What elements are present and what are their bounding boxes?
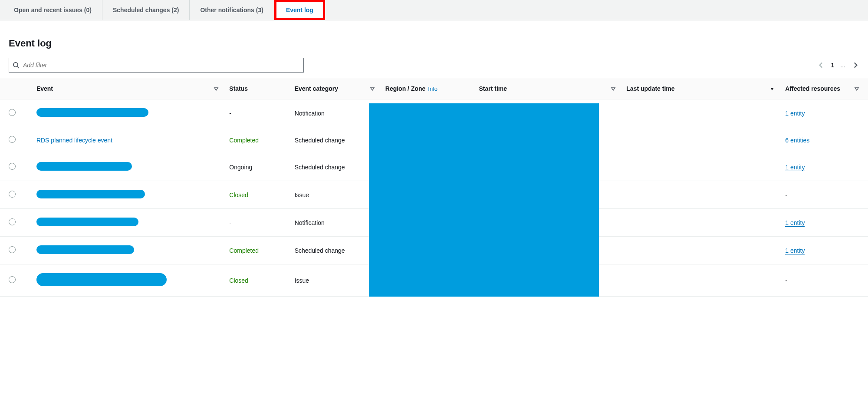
svg-marker-2 bbox=[214, 88, 218, 90]
sort-active-icon bbox=[769, 86, 775, 91]
col-header-event[interactable]: Event bbox=[31, 78, 224, 99]
page-current: 1 bbox=[831, 62, 835, 69]
last-update-value bbox=[621, 264, 780, 297]
sort-icon bbox=[854, 86, 859, 91]
svg-marker-6 bbox=[855, 88, 858, 90]
tab-event-log[interactable]: Event log bbox=[274, 0, 325, 20]
section-title: Event log bbox=[9, 38, 868, 49]
last-update-value bbox=[621, 127, 780, 153]
row-select-radio[interactable] bbox=[9, 109, 16, 116]
tabs-bar: Open and recent issues (0)Scheduled chan… bbox=[0, 0, 868, 20]
tab-open-and-recent-issues-0[interactable]: Open and recent issues (0) bbox=[3, 0, 102, 20]
last-update-value bbox=[621, 237, 780, 264]
col-header-resources[interactable]: Affected resources bbox=[780, 78, 868, 99]
affected-resources-link[interactable]: 1 entity bbox=[785, 219, 805, 227]
search-icon bbox=[13, 62, 20, 69]
last-update-value bbox=[621, 209, 780, 237]
svg-marker-5 bbox=[770, 88, 774, 90]
status-value: Closed bbox=[229, 277, 248, 284]
status-value: Completed bbox=[229, 137, 259, 144]
svg-marker-3 bbox=[371, 88, 374, 90]
last-update-value bbox=[621, 153, 780, 181]
filter-box[interactable] bbox=[9, 58, 304, 73]
category-value: Scheduled change bbox=[289, 127, 380, 153]
page-ellipsis: ... bbox=[840, 62, 845, 69]
affected-resources-link[interactable]: 6 entities bbox=[785, 137, 809, 144]
svg-marker-4 bbox=[612, 88, 615, 90]
col-header-start[interactable]: Start time bbox=[473, 78, 621, 99]
redacted-event bbox=[36, 245, 134, 254]
last-update-value bbox=[621, 99, 780, 127]
redacted-event bbox=[36, 162, 132, 171]
row-select-radio[interactable] bbox=[9, 218, 16, 225]
col-header-category[interactable]: Event category bbox=[289, 78, 380, 99]
redacted-event bbox=[36, 190, 145, 198]
category-value: Issue bbox=[289, 181, 380, 209]
affected-resources-value: - bbox=[780, 264, 868, 297]
svg-point-0 bbox=[13, 63, 18, 67]
affected-resources-link[interactable]: 1 entity bbox=[785, 110, 805, 117]
redaction-block bbox=[369, 103, 599, 297]
sort-icon bbox=[370, 86, 375, 91]
tab-other-notifications-3[interactable]: Other notifications (3) bbox=[190, 0, 274, 20]
svg-line-1 bbox=[17, 66, 19, 68]
affected-resources-link[interactable]: 1 entity bbox=[785, 247, 805, 254]
sort-icon bbox=[611, 86, 616, 91]
status-value: - bbox=[229, 110, 231, 117]
status-value: - bbox=[229, 219, 231, 226]
row-select-radio[interactable] bbox=[9, 191, 16, 198]
pagination: 1 ... bbox=[817, 61, 859, 69]
filter-input[interactable] bbox=[23, 62, 300, 69]
status-value: Closed bbox=[229, 192, 248, 198]
event-link[interactable]: RDS planned lifecycle event bbox=[36, 137, 112, 144]
col-header-status[interactable]: Status bbox=[224, 78, 289, 99]
redacted-event bbox=[36, 273, 167, 286]
redacted-event bbox=[36, 108, 148, 117]
row-select-radio[interactable] bbox=[9, 246, 16, 253]
affected-resources-link[interactable]: 1 entity bbox=[785, 164, 805, 171]
category-value: Scheduled change bbox=[289, 237, 380, 264]
category-value: Issue bbox=[289, 264, 380, 297]
redacted-event bbox=[36, 218, 138, 226]
affected-resources-value: - bbox=[780, 181, 868, 209]
sort-icon bbox=[214, 86, 219, 91]
col-header-region[interactable]: Region / ZoneInfo bbox=[380, 78, 474, 99]
info-link[interactable]: Info bbox=[428, 86, 437, 92]
category-value: Scheduled change bbox=[289, 153, 380, 181]
page-prev[interactable] bbox=[817, 61, 825, 69]
row-select-radio[interactable] bbox=[9, 163, 16, 170]
category-value: Notification bbox=[289, 209, 380, 237]
category-value: Notification bbox=[289, 99, 380, 127]
last-update-value bbox=[621, 181, 780, 209]
status-value: Ongoing bbox=[229, 164, 252, 171]
row-select-radio[interactable] bbox=[9, 136, 16, 143]
row-select-radio[interactable] bbox=[9, 276, 16, 283]
status-value: Completed bbox=[229, 247, 259, 254]
col-header-last[interactable]: Last update time bbox=[621, 78, 780, 99]
tab-scheduled-changes-2[interactable]: Scheduled changes (2) bbox=[102, 0, 190, 20]
page-next[interactable] bbox=[852, 61, 859, 69]
